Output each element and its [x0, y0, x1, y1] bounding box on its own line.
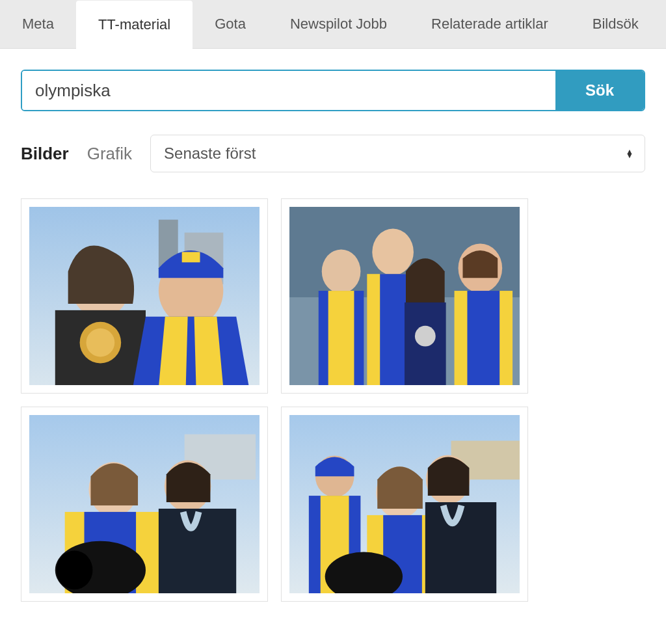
- tab-bar: Meta TT-material Gota Newspilot Jobb Rel…: [0, 0, 666, 49]
- thumb-svg: [289, 415, 520, 593]
- tab-bildsok[interactable]: Bildsök: [570, 0, 661, 48]
- search-bar: Sök: [21, 70, 645, 111]
- svg-rect-13: [328, 291, 354, 385]
- search-button[interactable]: Sök: [555, 71, 644, 110]
- tab-newspilot-jobb[interactable]: Newspilot Jobb: [268, 0, 409, 48]
- image-result-2[interactable]: [281, 198, 528, 394]
- tab-gota[interactable]: Gota: [193, 0, 268, 48]
- filter-row: Bilder Grafik Senaste först ▲▼: [21, 135, 645, 172]
- filter-tab-grafik[interactable]: Grafik: [87, 144, 132, 164]
- svg-point-19: [415, 326, 436, 347]
- tab-content: Sök Bilder Grafik Senaste först ▲▼: [0, 49, 666, 623]
- thumb-svg: [289, 207, 520, 385]
- search-input[interactable]: [22, 71, 555, 110]
- svg-rect-22: [467, 291, 500, 385]
- image-result-1[interactable]: [21, 198, 268, 394]
- results-grid: [21, 198, 645, 602]
- svg-point-31: [57, 551, 93, 590]
- tab-meta[interactable]: Meta: [0, 0, 76, 48]
- sort-select[interactable]: Senaste först: [150, 135, 645, 172]
- tab-tt-material[interactable]: TT-material: [76, 1, 193, 49]
- sort-select-wrap: Senaste först ▲▼: [150, 135, 645, 172]
- tab-relaterade-artiklar[interactable]: Relaterade artiklar: [409, 0, 570, 48]
- image-result-3[interactable]: [21, 407, 268, 602]
- svg-point-6: [87, 329, 115, 357]
- svg-rect-16: [380, 274, 406, 385]
- image-result-4[interactable]: [281, 407, 528, 602]
- thumb-svg: [29, 415, 260, 593]
- svg-point-14: [372, 229, 414, 276]
- svg-rect-8: [182, 252, 200, 262]
- svg-point-11: [322, 249, 361, 293]
- filter-tab-bilder[interactable]: Bilder: [21, 144, 69, 164]
- thumb-svg: [29, 207, 260, 385]
